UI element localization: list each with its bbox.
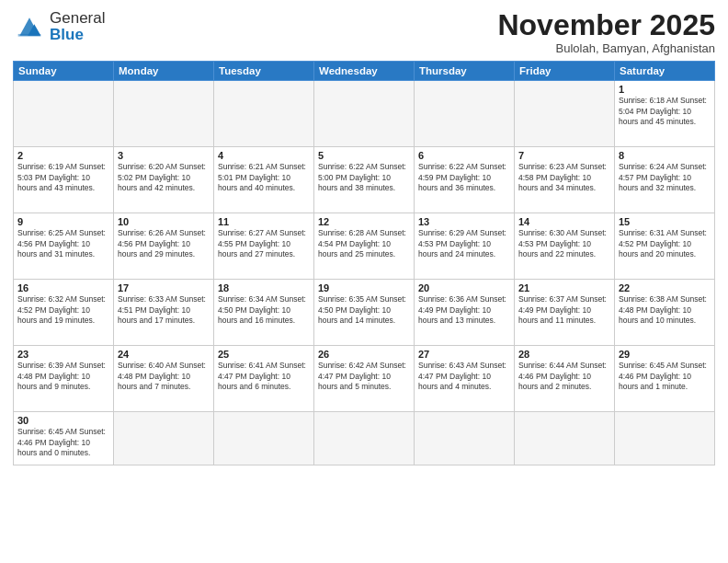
table-row: 27Sunrise: 6:43 AM Sunset: 4:47 PM Dayli… — [415, 346, 515, 412]
calendar-header-row: Sunday Monday Tuesday Wednesday Thursday… — [14, 62, 715, 81]
day-info: Sunrise: 6:37 AM Sunset: 4:49 PM Dayligh… — [518, 294, 610, 326]
table-row — [314, 81, 415, 147]
day-info: Sunrise: 6:45 AM Sunset: 4:46 PM Dayligh… — [619, 361, 711, 392]
day-number: 1 — [619, 84, 711, 95]
day-number: 20 — [418, 282, 510, 293]
col-sunday: Sunday — [14, 62, 114, 81]
day-info: Sunrise: 6:45 AM Sunset: 4:46 PM Dayligh… — [17, 427, 109, 458]
logo-text: General Blue — [50, 9, 105, 43]
day-info: Sunrise: 6:44 AM Sunset: 4:46 PM Dayligh… — [518, 361, 610, 392]
table-row — [415, 412, 515, 465]
day-info: Sunrise: 6:38 AM Sunset: 4:48 PM Dayligh… — [619, 294, 711, 326]
col-thursday: Thursday — [415, 62, 515, 81]
day-number: 14 — [518, 216, 610, 227]
table-row — [314, 412, 415, 465]
col-saturday: Saturday — [615, 62, 715, 81]
day-number: 19 — [318, 282, 410, 293]
table-row: 30Sunrise: 6:45 AM Sunset: 4:46 PM Dayli… — [14, 412, 114, 465]
day-number: 9 — [17, 216, 109, 227]
table-row: 29Sunrise: 6:45 AM Sunset: 4:46 PM Dayli… — [615, 346, 715, 412]
day-number: 22 — [619, 282, 711, 293]
day-number: 13 — [418, 216, 510, 227]
day-info: Sunrise: 6:22 AM Sunset: 5:00 PM Dayligh… — [318, 162, 410, 193]
page: General Blue November 2025 Bulolah, Bamy… — [0, 0, 728, 563]
table-row: 22Sunrise: 6:38 AM Sunset: 4:48 PM Dayli… — [615, 280, 715, 346]
day-number: 5 — [318, 150, 410, 161]
day-info: Sunrise: 6:26 AM Sunset: 4:56 PM Dayligh… — [118, 228, 210, 259]
day-info: Sunrise: 6:24 AM Sunset: 4:57 PM Dayligh… — [619, 162, 711, 193]
day-number: 25 — [218, 349, 310, 360]
table-row: 18Sunrise: 6:34 AM Sunset: 4:50 PM Dayli… — [214, 280, 314, 346]
day-info: Sunrise: 6:35 AM Sunset: 4:50 PM Dayligh… — [318, 294, 410, 326]
table-row: 20Sunrise: 6:36 AM Sunset: 4:49 PM Dayli… — [415, 280, 515, 346]
logo: General Blue — [13, 9, 105, 43]
table-row: 10Sunrise: 6:26 AM Sunset: 4:56 PM Dayli… — [114, 213, 214, 280]
day-info: Sunrise: 6:40 AM Sunset: 4:48 PM Dayligh… — [118, 361, 210, 392]
day-info: Sunrise: 6:33 AM Sunset: 4:51 PM Dayligh… — [118, 294, 210, 326]
day-info: Sunrise: 6:27 AM Sunset: 4:55 PM Dayligh… — [218, 228, 310, 259]
day-number: 15 — [619, 216, 711, 227]
day-number: 8 — [619, 150, 711, 161]
day-number: 21 — [518, 282, 610, 293]
day-info: Sunrise: 6:39 AM Sunset: 4:48 PM Dayligh… — [17, 361, 109, 392]
col-tuesday: Tuesday — [214, 62, 314, 81]
day-number: 7 — [518, 150, 610, 161]
day-info: Sunrise: 6:29 AM Sunset: 4:53 PM Dayligh… — [418, 228, 510, 259]
day-number: 3 — [118, 150, 210, 161]
col-friday: Friday — [515, 62, 615, 81]
table-row — [615, 412, 715, 465]
col-monday: Monday — [114, 62, 214, 81]
table-row — [214, 412, 314, 465]
table-row: 3Sunrise: 6:20 AM Sunset: 5:02 PM Daylig… — [114, 147, 214, 213]
page-header: General Blue November 2025 Bulolah, Bamy… — [13, 9, 715, 55]
day-number: 10 — [118, 216, 210, 227]
table-row: 9Sunrise: 6:25 AM Sunset: 4:56 PM Daylig… — [14, 213, 114, 280]
day-info: Sunrise: 6:28 AM Sunset: 4:54 PM Dayligh… — [318, 228, 410, 259]
table-row: 28Sunrise: 6:44 AM Sunset: 4:46 PM Dayli… — [515, 346, 615, 412]
table-row: 25Sunrise: 6:41 AM Sunset: 4:47 PM Dayli… — [214, 346, 314, 412]
month-title: November 2025 — [497, 9, 715, 41]
day-info: Sunrise: 6:22 AM Sunset: 4:59 PM Dayligh… — [418, 162, 510, 193]
location-subtitle: Bulolah, Bamyan, Afghanistan — [497, 41, 715, 55]
day-number: 23 — [17, 349, 109, 360]
day-number: 12 — [318, 216, 410, 227]
day-info: Sunrise: 6:43 AM Sunset: 4:47 PM Dayligh… — [418, 361, 510, 392]
day-number: 4 — [218, 150, 310, 161]
table-row: 17Sunrise: 6:33 AM Sunset: 4:51 PM Dayli… — [114, 280, 214, 346]
logo-icon — [13, 13, 46, 40]
table-row: 14Sunrise: 6:30 AM Sunset: 4:53 PM Dayli… — [515, 213, 615, 280]
day-info: Sunrise: 6:36 AM Sunset: 4:49 PM Dayligh… — [418, 294, 510, 326]
day-number: 27 — [418, 349, 510, 360]
table-row — [114, 81, 214, 147]
table-row: 15Sunrise: 6:31 AM Sunset: 4:52 PM Dayli… — [615, 213, 715, 280]
table-row: 5Sunrise: 6:22 AM Sunset: 5:00 PM Daylig… — [314, 147, 415, 213]
title-block: November 2025 Bulolah, Bamyan, Afghanist… — [497, 9, 715, 55]
day-info: Sunrise: 6:34 AM Sunset: 4:50 PM Dayligh… — [218, 294, 310, 326]
day-info: Sunrise: 6:25 AM Sunset: 4:56 PM Dayligh… — [17, 228, 109, 259]
table-row — [214, 81, 314, 147]
table-row — [515, 81, 615, 147]
table-row: 12Sunrise: 6:28 AM Sunset: 4:54 PM Dayli… — [314, 213, 415, 280]
table-row: 23Sunrise: 6:39 AM Sunset: 4:48 PM Dayli… — [14, 346, 114, 412]
day-number: 6 — [418, 150, 510, 161]
day-info: Sunrise: 6:30 AM Sunset: 4:53 PM Dayligh… — [518, 228, 610, 259]
day-number: 26 — [318, 349, 410, 360]
day-number: 2 — [17, 150, 109, 161]
table-row: 16Sunrise: 6:32 AM Sunset: 4:52 PM Dayli… — [14, 280, 114, 346]
day-number: 18 — [218, 282, 310, 293]
table-row — [515, 412, 615, 465]
table-row: 21Sunrise: 6:37 AM Sunset: 4:49 PM Dayli… — [515, 280, 615, 346]
day-info: Sunrise: 6:19 AM Sunset: 5:03 PM Dayligh… — [17, 162, 109, 193]
day-info: Sunrise: 6:42 AM Sunset: 4:47 PM Dayligh… — [318, 361, 410, 392]
day-info: Sunrise: 6:20 AM Sunset: 5:02 PM Dayligh… — [118, 162, 210, 193]
table-row: 7Sunrise: 6:23 AM Sunset: 4:58 PM Daylig… — [515, 147, 615, 213]
table-row: 1Sunrise: 6:18 AM Sunset: 5:04 PM Daylig… — [615, 81, 715, 147]
table-row: 26Sunrise: 6:42 AM Sunset: 4:47 PM Dayli… — [314, 346, 415, 412]
day-info: Sunrise: 6:18 AM Sunset: 5:04 PM Dayligh… — [619, 96, 711, 127]
day-number: 16 — [17, 282, 109, 293]
table-row — [14, 81, 114, 147]
day-info: Sunrise: 6:32 AM Sunset: 4:52 PM Dayligh… — [17, 294, 109, 326]
day-info: Sunrise: 6:31 AM Sunset: 4:52 PM Dayligh… — [619, 228, 711, 259]
table-row: 8Sunrise: 6:24 AM Sunset: 4:57 PM Daylig… — [615, 147, 715, 213]
table-row: 24Sunrise: 6:40 AM Sunset: 4:48 PM Dayli… — [114, 346, 214, 412]
